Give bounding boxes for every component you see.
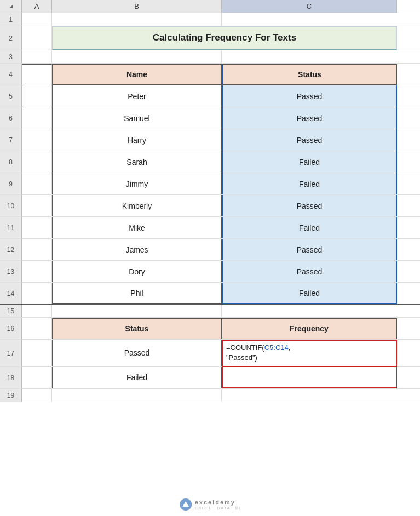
- cell-c1[interactable]: [222, 13, 397, 26]
- cell-c10[interactable]: Passed: [222, 195, 397, 216]
- summary-failed-label: Failed: [126, 373, 147, 382]
- name-samuel: Samuel: [124, 114, 149, 123]
- formula-text: =COUNTIF(C5:C14,"Passed"): [226, 343, 290, 363]
- status-james: Passed: [297, 245, 323, 254]
- name-dory: Dory: [129, 267, 145, 276]
- cell-a5[interactable]: [22, 85, 52, 107]
- row-num-11: 11: [0, 217, 22, 238]
- page-title: Calculating Frequency For Texts: [153, 32, 296, 43]
- row-5: 5 Peter Passed: [0, 85, 420, 107]
- watermark: exceldemy EXCEL · DATA · BI: [180, 498, 241, 511]
- cell-b17[interactable]: Passed: [52, 340, 222, 366]
- cell-b18[interactable]: Failed: [52, 367, 222, 388]
- row-num-18: 18: [0, 367, 22, 388]
- title-merged-cell[interactable]: Calculating Frequency For Texts: [52, 26, 397, 50]
- row-17: 17 Passed =COUNTIF(C5:C14,"Passed"): [0, 340, 420, 367]
- cell-b7[interactable]: Harry: [52, 129, 222, 151]
- summary-passed-label: Passed: [124, 348, 150, 357]
- cell-a9[interactable]: [22, 173, 52, 194]
- row-10: 10 Kimberly Passed: [0, 195, 420, 217]
- name-mike: Mike: [129, 223, 145, 232]
- cell-c4-header[interactable]: Status: [222, 64, 397, 85]
- cell-b12[interactable]: James: [52, 239, 222, 260]
- cell-c7[interactable]: Passed: [222, 129, 397, 151]
- column-headers: A B C: [0, 0, 420, 13]
- cell-a6[interactable]: [22, 107, 52, 129]
- name-james: James: [125, 245, 148, 254]
- row-num-4: 4: [0, 64, 22, 85]
- cell-a12[interactable]: [22, 239, 52, 260]
- col-header-b: B: [52, 0, 222, 13]
- row-num-10: 10: [0, 195, 22, 216]
- cell-c8[interactable]: Failed: [222, 151, 397, 173]
- cell-c6[interactable]: Passed: [222, 107, 397, 129]
- cell-b19[interactable]: [52, 389, 222, 402]
- row-2: 2 Calculating Frequency For Texts: [0, 26, 420, 50]
- col-header-c[interactable]: C: [222, 0, 397, 13]
- cell-b8[interactable]: Sarah: [52, 151, 222, 173]
- cell-b5[interactable]: Peter: [52, 85, 222, 107]
- row-num-13: 13: [0, 261, 22, 282]
- cell-c3[interactable]: [222, 50, 397, 63]
- row-num-7: 7: [0, 129, 22, 151]
- cell-c5[interactable]: Passed: [222, 85, 397, 107]
- cell-b6[interactable]: Samuel: [52, 107, 222, 129]
- status-peter: Passed: [297, 92, 323, 101]
- cell-b11[interactable]: Mike: [52, 217, 222, 238]
- row-4: 4 Name Status: [0, 64, 420, 85]
- cell-a3[interactable]: [22, 50, 52, 63]
- cell-c19[interactable]: [222, 389, 397, 402]
- row-num-17: 17: [0, 340, 22, 366]
- row-num-1: 1: [0, 13, 22, 26]
- row-6: 6 Samuel Passed: [0, 107, 420, 129]
- cell-b15[interactable]: [52, 305, 222, 317]
- cell-a4[interactable]: [22, 64, 52, 85]
- cell-a2[interactable]: [22, 26, 52, 50]
- cell-c16-header[interactable]: Frequency: [222, 318, 397, 339]
- cell-a14[interactable]: [22, 283, 52, 304]
- cell-b9[interactable]: Jimmy: [52, 173, 222, 194]
- cell-c11[interactable]: Failed: [222, 217, 397, 238]
- row-num-3: 3: [0, 50, 22, 63]
- cell-c9[interactable]: Failed: [222, 173, 397, 194]
- row-num-6: 6: [0, 107, 22, 129]
- cell-c12[interactable]: Passed: [222, 239, 397, 260]
- cell-a16[interactable]: [22, 318, 52, 339]
- cell-a15[interactable]: [22, 305, 52, 317]
- cell-b3[interactable]: [52, 50, 222, 63]
- status-sarah: Failed: [299, 158, 320, 167]
- cell-b16-header[interactable]: Status: [52, 318, 222, 339]
- cell-c14[interactable]: Failed: [222, 283, 397, 304]
- row-num-16: 16: [0, 318, 22, 339]
- cell-c15[interactable]: [222, 305, 397, 317]
- row-num-19: 19: [0, 389, 22, 402]
- row-num-9: 9: [0, 173, 22, 194]
- row-19: 19: [0, 389, 420, 402]
- cell-a10[interactable]: [22, 195, 52, 216]
- cell-a8[interactable]: [22, 151, 52, 173]
- row-13: 13 Dory Passed: [0, 261, 420, 283]
- cell-c18[interactable]: [222, 367, 397, 388]
- cell-b4-header[interactable]: Name: [52, 64, 222, 85]
- cell-a7[interactable]: [22, 129, 52, 151]
- cell-b13[interactable]: Dory: [52, 261, 222, 282]
- cell-b10[interactable]: Kimberly: [52, 195, 222, 216]
- name-jimmy: Jimmy: [126, 180, 148, 188]
- row-num-15: 15: [0, 305, 22, 317]
- name-sarah: Sarah: [126, 158, 147, 167]
- cell-a18[interactable]: [22, 367, 52, 388]
- cell-b14[interactable]: Phil: [52, 283, 222, 304]
- cell-c17-formula[interactable]: =COUNTIF(C5:C14,"Passed"): [222, 340, 397, 367]
- row-9: 9 Jimmy Failed: [0, 173, 420, 195]
- cell-c13[interactable]: Passed: [222, 261, 397, 282]
- cell-a13[interactable]: [22, 261, 52, 282]
- cell-a1[interactable]: [22, 13, 52, 26]
- cell-a19[interactable]: [22, 389, 52, 402]
- spreadsheet: A B C 1 2 Calculating Frequency For Text…: [0, 0, 420, 516]
- name-phil: Phil: [130, 289, 143, 297]
- cell-b1[interactable]: [52, 13, 222, 26]
- cell-a11[interactable]: [22, 217, 52, 238]
- cell-a17[interactable]: [22, 340, 52, 366]
- svg-marker-0: [9, 5, 13, 8]
- watermark-brand: exceldemy: [195, 499, 241, 506]
